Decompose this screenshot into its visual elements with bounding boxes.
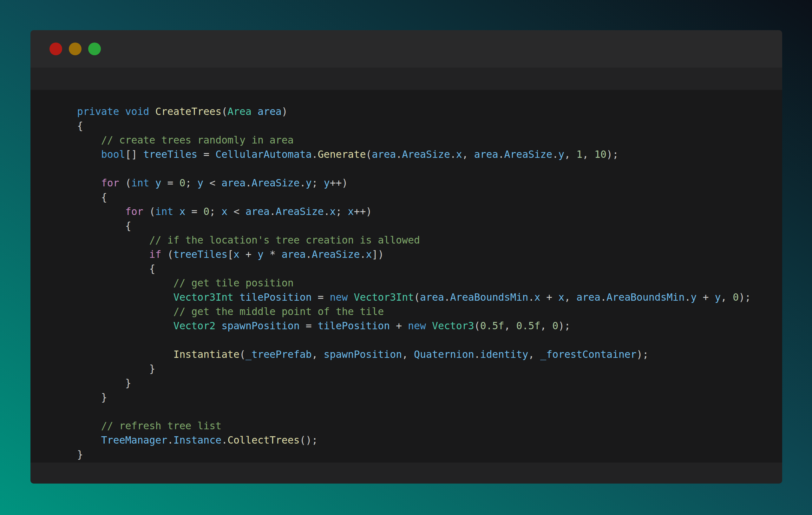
code-token: {	[77, 263, 155, 274]
code-token: .	[528, 292, 534, 303]
code-token: Instance	[173, 434, 222, 446]
code-token: .	[498, 148, 504, 160]
code-token: +	[239, 249, 258, 260]
code-token: 0.5f	[516, 320, 541, 331]
code-token: 10	[594, 148, 606, 160]
code-token: y	[306, 177, 312, 189]
close-button[interactable]	[50, 43, 62, 55]
code-token: x	[233, 249, 239, 260]
code-line: {	[77, 119, 782, 133]
code-token: CollectTrees	[227, 434, 300, 446]
code-editor-area: private void CreateTrees(Area area){ // …	[30, 90, 782, 463]
code-token: =	[312, 292, 330, 303]
code-token: (	[366, 148, 372, 160]
code-token: for	[77, 206, 143, 217]
code-token: Vector2	[77, 320, 215, 331]
code-token: [	[227, 249, 233, 260]
code-token: Area	[227, 106, 252, 117]
code-token: 0	[733, 292, 739, 303]
code-token: x	[348, 206, 354, 217]
code-token: (	[414, 292, 420, 303]
code-line	[77, 162, 782, 176]
code-token: y	[258, 249, 264, 260]
code-token: 0	[552, 320, 558, 331]
code-token: *	[264, 249, 282, 260]
code-token: x	[330, 206, 336, 217]
code-token: y	[558, 148, 564, 160]
code-token: for	[77, 177, 119, 189]
code-token: }	[77, 377, 131, 389]
code-token: {	[77, 220, 131, 232]
code-token: int	[155, 206, 174, 217]
code-token: ++)	[330, 177, 348, 189]
code-token: y	[715, 292, 721, 303]
code-line	[77, 333, 782, 347]
code-token	[348, 292, 354, 303]
code-token: (	[162, 249, 174, 260]
code-token: =	[185, 206, 203, 217]
code-token: =	[162, 177, 179, 189]
minimize-button[interactable]	[69, 43, 82, 55]
code-token: x	[179, 206, 185, 217]
code-token: area	[282, 249, 306, 260]
code-token: .	[312, 148, 318, 160]
code-token: .	[360, 249, 366, 260]
code-token: +	[697, 292, 715, 303]
code-token: .	[222, 434, 227, 446]
code-line: bool[] treeTiles = CellularAutomata.Gene…	[77, 147, 782, 162]
code-line: for (int x = 0; x < area.AreaSize.x; x++…	[77, 205, 782, 219]
code-token: 1	[576, 148, 582, 160]
code-token: // refresh tree list	[77, 420, 222, 432]
code-token: =	[197, 148, 215, 160]
tab-strip	[30, 67, 782, 90]
code-line: }	[77, 376, 782, 390]
code-token: []	[125, 148, 143, 160]
code-token: .	[167, 434, 173, 446]
zoom-button[interactable]	[88, 43, 101, 55]
code-token	[215, 320, 222, 331]
code-token: AreaBoundsMin	[450, 292, 528, 303]
code-token: .	[474, 349, 480, 360]
code-line: TreeManager.Instance.CollectTrees();	[77, 433, 782, 448]
code-token: bool	[77, 148, 125, 160]
code-token: new	[330, 292, 348, 303]
code-token: Instantiate	[77, 349, 239, 360]
code-token: _treePrefab	[245, 349, 312, 360]
code-token: }	[77, 391, 107, 403]
code-token: 0.5f	[480, 320, 504, 331]
code-line: }	[77, 390, 782, 405]
code-token: CreateTrees	[155, 106, 222, 117]
code-line: }	[77, 362, 782, 376]
code-token: AreaSize	[276, 206, 324, 217]
code-token: 0	[179, 177, 185, 189]
code-token: ,	[528, 349, 540, 360]
code-token: CellularAutomata	[215, 148, 312, 160]
code-token: ,	[402, 349, 414, 360]
code-token: (	[474, 320, 480, 331]
code-token: x	[366, 249, 372, 260]
code-line: // refresh tree list	[77, 419, 782, 433]
code-token: {	[77, 120, 83, 131]
code-token: Vector3Int	[77, 292, 233, 303]
code-token: ])	[372, 249, 384, 260]
code-token: AreaSize	[312, 249, 360, 260]
code-token: (	[143, 206, 155, 217]
code-token: .	[245, 177, 252, 189]
code-token: )	[282, 106, 288, 117]
code-token: );	[606, 148, 618, 160]
code-token: // create trees randomly in area	[77, 134, 294, 146]
code-token: y	[691, 292, 697, 303]
code-token: .	[450, 148, 456, 160]
code-line: // get tile position	[77, 276, 782, 290]
code-token: area	[474, 148, 498, 160]
code-line: Vector3Int tilePosition = new Vector3Int…	[77, 290, 782, 304]
code-token: TreeManager	[77, 434, 167, 446]
code-line: if (treeTiles[x + y * area.AreaSize.x])	[77, 247, 782, 262]
code-token	[426, 320, 432, 331]
window-titlebar[interactable]	[30, 30, 782, 67]
code-token: .	[396, 148, 402, 160]
code-token: ;	[312, 177, 324, 189]
code-token: x	[534, 292, 540, 303]
code-token: AreaSize	[252, 177, 300, 189]
code-token: Vector3	[432, 320, 474, 331]
